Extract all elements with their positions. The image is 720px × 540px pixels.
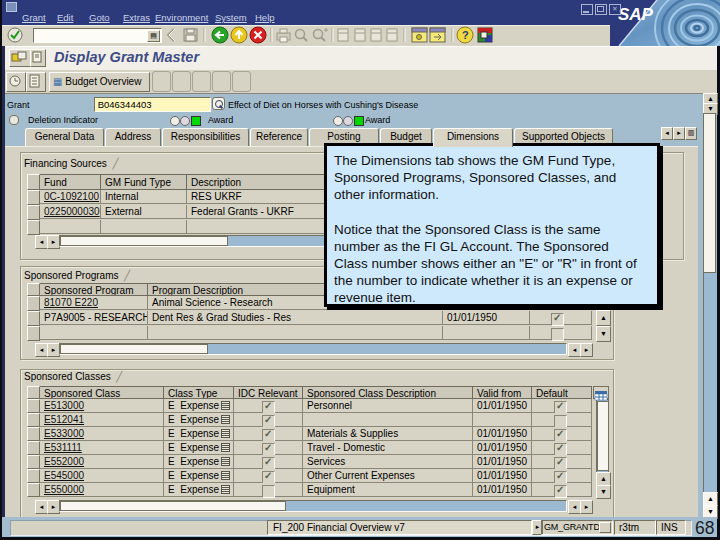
svg-text:SAP: SAP xyxy=(618,5,654,24)
svg-text:?: ? xyxy=(462,29,469,41)
